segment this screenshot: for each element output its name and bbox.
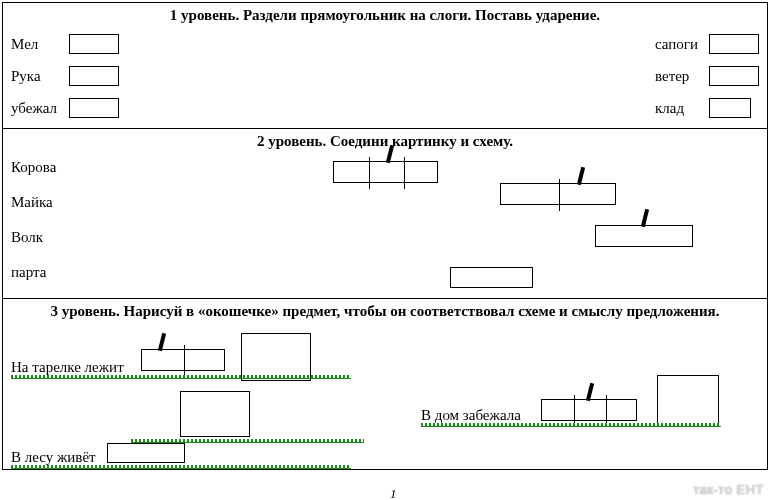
word-label: Корова [11, 159, 56, 176]
picture-box[interactable] [657, 375, 719, 427]
stress-mark-icon [577, 167, 585, 185]
level3-heading: 3 уровень. Нарисуй в «окошечке» предмет,… [11, 303, 759, 320]
section-level-1: 1 уровень. Раздели прямоугольник на слог… [3, 3, 767, 129]
word-label: Мел [11, 36, 69, 53]
page-number: 1 [390, 486, 397, 500]
level1-heading: 1 уровень. Раздели прямоугольник на слог… [11, 7, 759, 24]
word-row: ветер [265, 60, 759, 92]
level2-word-list: Корова Майка Волк парта [11, 159, 56, 299]
answer-box[interactable] [709, 34, 759, 54]
syllable-scheme[interactable] [541, 399, 637, 421]
picture-box[interactable] [241, 333, 311, 381]
syllable-scheme[interactable] [450, 267, 533, 288]
syllable-scheme[interactable] [500, 183, 616, 205]
word-label: ветер [655, 68, 709, 85]
underline-wavy [11, 465, 351, 469]
syllable-divider [184, 345, 185, 377]
underline-wavy [421, 423, 721, 427]
word-label: Волк [11, 229, 56, 246]
level1-right-column: сапоги ветер клад [265, 28, 759, 124]
sentence-prefix: На тарелке лежит [11, 359, 124, 376]
word-row: убежал [11, 92, 265, 124]
word-label: Рука [11, 68, 69, 85]
answer-box[interactable] [69, 98, 119, 118]
syllable-scheme[interactable] [595, 225, 693, 247]
worksheet: 1 уровень. Раздели прямоугольник на слог… [2, 2, 768, 470]
word-row: клад [265, 92, 759, 124]
answer-box[interactable] [709, 66, 759, 86]
section-level-3: 3 уровень. Нарисуй в «окошечке» предмет,… [3, 299, 767, 469]
word-label: Майка [11, 194, 56, 211]
word-label: сапоги [655, 36, 709, 53]
watermark: так-то ЕНТ [693, 482, 764, 497]
syllable-divider [369, 157, 370, 189]
answer-box[interactable] [107, 443, 185, 463]
word-label: клад [655, 100, 709, 117]
picture-box[interactable] [180, 391, 250, 437]
level1-body: Мел Рука убежал сапоги ветер [11, 28, 759, 124]
answer-box[interactable] [69, 34, 119, 54]
sentence-prefix: В лесу живёт [11, 449, 96, 466]
answer-box[interactable] [69, 66, 119, 86]
level1-left-column: Мел Рука убежал [11, 28, 265, 124]
level2-heading: 2 уровень. Соедини картинку и схему. [11, 133, 759, 150]
section-level-2: 2 уровень. Соедини картинку и схему. Кор… [3, 129, 767, 299]
word-row: сапоги [265, 28, 759, 60]
stress-mark-icon [158, 333, 166, 351]
underline-wavy [11, 375, 351, 379]
syllable-divider [404, 157, 405, 189]
stress-mark-icon [586, 383, 594, 401]
syllable-scheme[interactable] [141, 349, 225, 371]
stress-mark-icon [641, 209, 649, 227]
word-label: парта [11, 264, 56, 281]
sentence-prefix: В дом забежала [421, 407, 521, 424]
word-label: убежал [11, 100, 69, 117]
syllable-scheme[interactable] [333, 161, 438, 183]
answer-box[interactable] [709, 98, 751, 118]
word-row: Мел [11, 28, 265, 60]
word-row: Рука [11, 60, 265, 92]
syllable-divider [559, 179, 560, 211]
